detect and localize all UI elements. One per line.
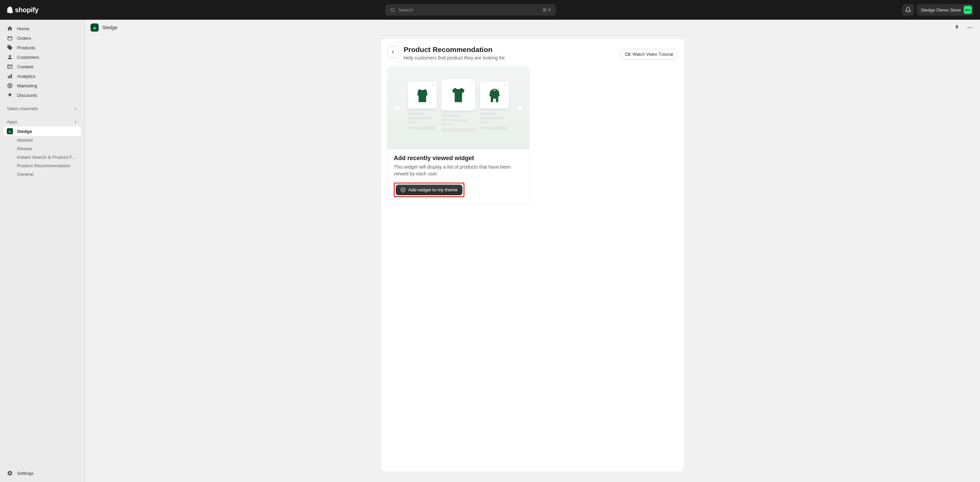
sidebar-item-products[interactable]: Products (3, 43, 81, 52)
sidebar-section-label: Apps (7, 119, 18, 124)
sidebar-item-label: Products (17, 45, 35, 50)
svg-point-10 (969, 27, 970, 28)
store-name: Sledge Demo Store (921, 8, 961, 13)
sidebar-item-label: Orders (17, 36, 31, 41)
widget-description: This widget will display a list of produ… (394, 164, 523, 177)
sidebar-item-discounts[interactable]: Discounts (3, 90, 81, 100)
sidebar-item-content[interactable]: Content (3, 62, 81, 71)
orders-icon (7, 35, 13, 41)
svg-rect-5 (11, 74, 12, 78)
shopify-bag-icon (6, 6, 14, 14)
dots-icon (967, 24, 973, 30)
tutorial-highlight-box: Add widget to my theme (394, 182, 465, 197)
hoodie-icon (486, 85, 503, 105)
sidebar-sub-general[interactable]: General (3, 170, 81, 178)
plus-circle-icon (401, 187, 406, 192)
svg-rect-4 (10, 75, 11, 78)
chevron-right-icon (73, 106, 78, 111)
svg-point-8 (10, 85, 10, 86)
svg-point-9 (967, 27, 969, 28)
search-shortcut: ⌘ K (542, 8, 551, 13)
svg-point-11 (971, 27, 972, 28)
back-button[interactable] (387, 46, 399, 58)
store-switcher[interactable]: Sledge Demo Store SDS (917, 4, 974, 16)
sidebar-apps-header[interactable]: Apps (3, 117, 81, 127)
notifications-button[interactable] (902, 4, 914, 16)
video-icon (625, 52, 630, 57)
analytics-icon (7, 73, 13, 79)
carousel-next-button[interactable]: › (517, 105, 522, 111)
pin-icon (954, 25, 959, 30)
shopify-logo[interactable]: shopify (6, 6, 38, 14)
more-button[interactable] (965, 23, 975, 32)
widget-card: ‹ (387, 67, 530, 204)
store-avatar: SDS (964, 6, 972, 14)
topbar-right: Sledge Demo Store SDS (902, 4, 974, 16)
pin-button[interactable] (952, 23, 962, 32)
widget-title: Add recently viewed widget (394, 155, 523, 162)
card-header: Product Recommendation Help customers fi… (387, 46, 678, 60)
sidebar-item-label: Home (17, 26, 29, 31)
add-widget-button-label: Add widget to my theme (408, 187, 458, 192)
marketing-icon (7, 82, 13, 89)
page-header: Sledge (85, 20, 980, 35)
sidebar-sub-product-recommendation[interactable]: Product Recommendation (3, 162, 81, 170)
products-icon (7, 44, 13, 51)
watch-tutorial-button[interactable]: Watch Video Tutorial (620, 49, 678, 59)
gear-icon (7, 470, 13, 476)
sidebar-item-orders[interactable]: Orders (3, 33, 81, 43)
sidebar-item-label: Marketing (17, 83, 37, 88)
sidebar-sub-review[interactable]: Review (3, 144, 81, 153)
heart-icon (432, 84, 435, 87)
main-content: Sledge Product Recommendation Help custo… (85, 20, 980, 482)
sidebar-item-label: Analytics (17, 74, 35, 79)
content-icon (7, 63, 13, 70)
svg-rect-12 (625, 53, 628, 56)
sledge-app-icon (7, 128, 13, 134)
bell-icon (905, 7, 911, 13)
page-title: Product Recommendation (404, 46, 616, 54)
preview-product-card (441, 79, 476, 132)
carousel-prev-button[interactable]: ‹ (395, 105, 400, 111)
widget-body: Add recently viewed widget This widget w… (388, 149, 529, 203)
customers-icon (7, 54, 13, 60)
add-widget-button[interactable]: Add widget to my theme (396, 185, 463, 195)
sidebar: Home Orders Products Customers Content A… (0, 20, 85, 482)
content-area: Product Recommendation Help customers fi… (85, 35, 980, 482)
sidebar-item-marketing[interactable]: Marketing (3, 81, 81, 90)
card-header-text: Product Recommendation Help customers fi… (404, 46, 616, 60)
chevron-right-icon (73, 120, 78, 124)
svg-rect-2 (8, 65, 12, 69)
svg-point-0 (391, 8, 394, 11)
svg-rect-1 (8, 37, 12, 40)
sidebar-section-label: Sales channels (7, 106, 38, 111)
search-input[interactable]: Search ⌘ K (385, 5, 556, 15)
sidebar-item-sledge[interactable]: Sledge (3, 127, 81, 136)
sidebar-item-label: Customers (17, 55, 39, 60)
preview-product-card (480, 82, 509, 134)
sidebar-item-label: Settings (17, 471, 34, 476)
home-icon (7, 25, 13, 32)
sidebar-sub-wishlist[interactable]: Wishlist (3, 136, 81, 144)
sidebar-sales-channels-header[interactable]: Sales channels (3, 104, 81, 113)
shopify-wordmark: shopify (15, 6, 38, 14)
discounts-icon (7, 92, 13, 98)
tutorial-button-label: Watch Video Tutorial (633, 52, 673, 57)
sidebar-item-analytics[interactable]: Analytics (3, 71, 81, 81)
page-subtitle: Help customers find product they are loo… (404, 55, 616, 60)
sledge-app-icon (91, 24, 99, 32)
sidebar-sub-instant-search[interactable]: Instant Search & Product F... (3, 153, 81, 162)
sidebar-item-label: Sledge (17, 129, 32, 134)
sidebar-item-label: Discounts (17, 93, 37, 98)
page-header-title: Sledge (102, 25, 949, 30)
heart-icon (504, 84, 507, 87)
search-wrap: Search ⌘ K (44, 5, 897, 15)
sidebar-item-customers[interactable]: Customers (3, 52, 81, 62)
search-placeholder: Search (399, 8, 539, 13)
topbar: shopify Search ⌘ K Sledge Demo Store SDS (0, 0, 980, 20)
sidebar-item-home[interactable]: Home (3, 24, 81, 33)
longsleeve-shirt-icon (414, 85, 431, 105)
search-icon (390, 7, 395, 13)
sidebar-item-settings[interactable]: Settings (3, 468, 81, 478)
tshirt-icon (448, 83, 469, 107)
